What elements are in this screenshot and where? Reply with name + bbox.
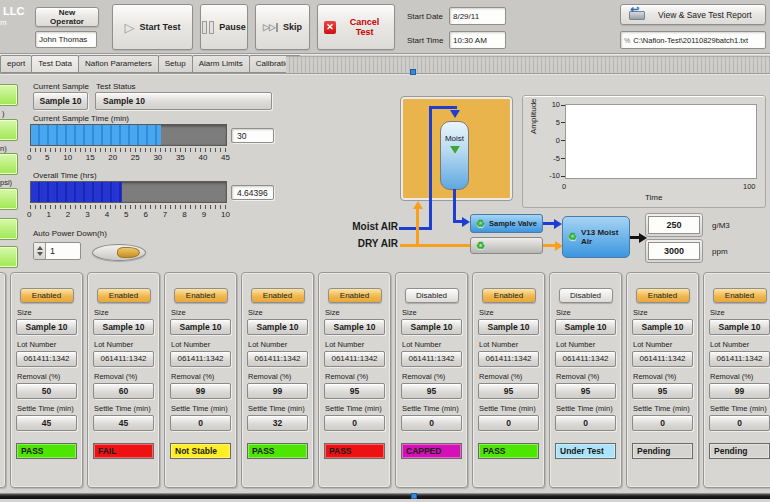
lot-number-value: 061411:1342: [16, 351, 77, 367]
selection-handle-bottom[interactable]: [411, 493, 417, 499]
current-sample-value: Sample 10: [33, 92, 88, 110]
removal-label: Removal (%): [402, 372, 462, 381]
x-tick: 100: [743, 182, 756, 191]
pause-icon: [202, 21, 214, 34]
overall-time-fill: [31, 182, 122, 202]
arrow-right-icon: [462, 217, 470, 227]
sample-valve-button[interactable]: ♻ Sample Valve: [470, 214, 543, 233]
sample-enabled-button[interactable]: Enabled: [20, 288, 74, 303]
settle-time-label: Settle Time (min): [556, 404, 616, 413]
removal-value: 95: [324, 383, 385, 399]
skip-button[interactable]: ▷▷ Skip: [255, 4, 310, 50]
removal-value: 50: [16, 383, 77, 399]
sample-enabled-button[interactable]: Enabled: [713, 288, 767, 303]
removal-value: 99: [170, 383, 231, 399]
lot-number-value: 061411:1342: [401, 351, 462, 367]
start-time-label: Start Time: [407, 36, 443, 45]
sample-size-value: Sample 10: [324, 319, 385, 335]
sample-status: Pending: [632, 443, 693, 459]
report-path-field[interactable]: % C:\Nafion-Test\20110829batch1.txt: [620, 31, 766, 49]
settle-time-value: 0: [709, 415, 770, 431]
lot-number-label: Lot Number: [17, 340, 77, 349]
dry-to-v13-line: [542, 244, 556, 247]
recycle-icon: ♻: [476, 241, 485, 251]
moist-cylinder[interactable]: Moist: [440, 121, 469, 190]
sample-enabled-button[interactable]: Enabled: [97, 288, 151, 303]
size-label: Size: [479, 308, 539, 317]
auto-power-toggle[interactable]: [92, 244, 146, 261]
cancel-test-button[interactable]: ✕ Cancel Test: [317, 4, 395, 50]
led-indicator: [0, 153, 18, 175]
view-save-report-button[interactable]: ↩ View & Save Test Report: [620, 4, 766, 25]
dry-air-label: DRY AIR: [352, 238, 398, 249]
removal-label: Removal (%): [710, 372, 770, 381]
waveform-plot-area: [565, 104, 757, 179]
auto-power-stepper[interactable]: 1: [33, 242, 81, 260]
settle-time-label: Settle Time (min): [479, 404, 539, 413]
new-operator-button[interactable]: New Operator: [35, 7, 99, 27]
current-sample-label: Current Sample: [33, 82, 89, 91]
lot-number-label: Lot Number: [325, 340, 385, 349]
tab-nafion-parameters[interactable]: Nafion Parameters: [78, 55, 159, 73]
pause-button[interactable]: Pause: [200, 4, 248, 50]
selection-handle-top[interactable]: [410, 69, 416, 75]
removal-value: 99: [709, 383, 770, 399]
sample-size-value: Sample 10: [247, 319, 308, 335]
settle-time-value: 32: [247, 415, 308, 431]
sample-panel: Enabled Size Sample 10 Lot Number 061411…: [241, 272, 314, 488]
recycle-icon: ♻: [568, 232, 577, 242]
settle-time-value: 0: [324, 415, 385, 431]
removal-value: 99: [247, 383, 308, 399]
lot-number-value: 061411:1342: [478, 351, 539, 367]
dry-air-riser-line: [416, 208, 419, 247]
sample-enabled-button[interactable]: Disabled: [559, 288, 613, 303]
tab-alarm-limits[interactable]: Alarm Limits: [192, 55, 250, 73]
start-time-field[interactable]: 10:30 AM: [449, 31, 506, 49]
sample-enabled-button[interactable]: Enabled: [174, 288, 228, 303]
settle-time-label: Settle Time (min): [94, 404, 154, 413]
sample-time-progressbar: [30, 124, 227, 146]
lot-number-label: Lot Number: [710, 340, 770, 349]
operator-name-input[interactable]: John Thomas: [35, 31, 97, 48]
concentration-unit: g/M3: [712, 221, 730, 230]
lot-number-label: Lot Number: [556, 340, 616, 349]
stepper-arrows-icon[interactable]: [34, 243, 46, 259]
footer-scrollbar[interactable]: [0, 494, 770, 499]
lot-number-label: Lot Number: [479, 340, 539, 349]
led-label-fragment: ): [2, 109, 5, 118]
y-tick: 10: [542, 100, 560, 109]
sample-enabled-button[interactable]: Enabled: [636, 288, 690, 303]
lot-number-label: Lot Number: [633, 340, 693, 349]
settle-time-label: Settle Time (min): [402, 404, 462, 413]
arrow-right-icon: [554, 219, 562, 229]
sample-enabled-button[interactable]: Enabled: [251, 288, 305, 303]
ruler-strip: [286, 56, 770, 74]
led-label-fragment: psi): [0, 178, 12, 187]
sample-size-value: Sample 10: [632, 319, 693, 335]
dry-valve-button[interactable]: ♻: [470, 237, 543, 254]
sample-panel: Enabled Size Sample 10 Lot Number 061411…: [472, 272, 545, 488]
start-test-button[interactable]: ▷ Start Test: [112, 4, 193, 50]
tab-report[interactable]: eport: [0, 55, 32, 73]
sample-status: PASS: [324, 443, 385, 459]
sample-enabled-button[interactable]: Disabled: [405, 288, 459, 303]
settle-time-value: 0: [478, 415, 539, 431]
removal-label: Removal (%): [171, 372, 231, 381]
start-date-field[interactable]: 8/29/11: [449, 7, 506, 25]
removal-label: Removal (%): [248, 372, 308, 381]
sample-status: FAIL: [93, 443, 154, 459]
tab-strip: eport Test Data Nafion Parameters Setup …: [0, 55, 300, 73]
sample-panel: Enabled Size Sample 10 Lot Number 061411…: [10, 272, 83, 488]
sample-status: Pending: [709, 443, 770, 459]
size-label: Size: [248, 308, 308, 317]
y-tick: 0: [542, 136, 560, 145]
report-icon: ↩: [629, 9, 644, 20]
v13-moist-air-button[interactable]: ♻ V13 Moist Air: [562, 216, 630, 258]
tab-test-data[interactable]: Test Data: [31, 55, 79, 73]
sample-enabled-button[interactable]: Enabled: [482, 288, 536, 303]
sample-status: Under Test: [555, 443, 616, 459]
sample-enabled-button[interactable]: Enabled: [328, 288, 382, 303]
ppm-readout: 3000: [645, 239, 703, 263]
down-arrow-icon: [450, 146, 460, 154]
tab-setup[interactable]: Setup: [158, 55, 193, 73]
